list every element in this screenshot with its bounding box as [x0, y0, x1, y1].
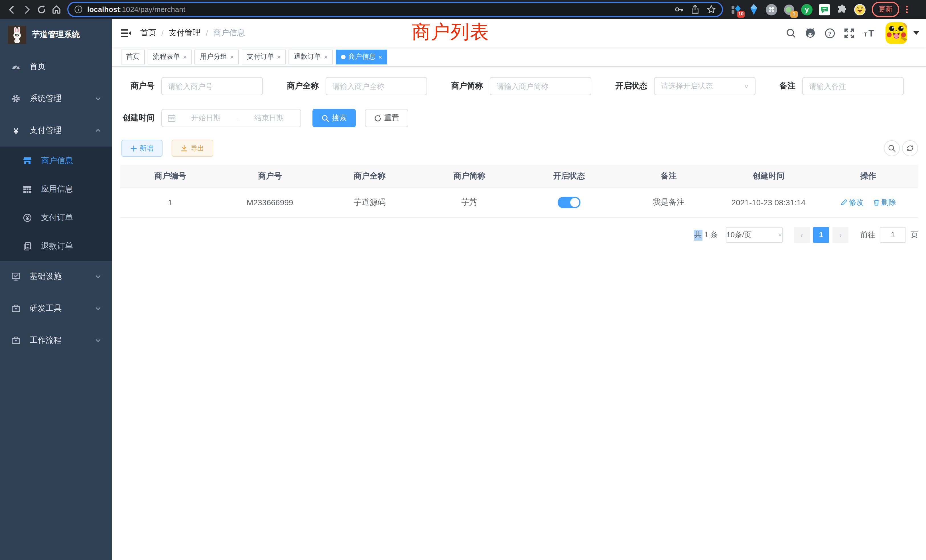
close-icon[interactable]: × [277, 53, 281, 60]
chevron-down-icon: ∨ [778, 232, 782, 238]
github-icon[interactable] [805, 27, 816, 39]
breadcrumb-home[interactable]: 首页 [140, 28, 156, 38]
edit-link[interactable]: 修改 [840, 197, 864, 207]
filter-row-2: 创建时间 开始日期 - 结束日期 搜索 重置 [120, 109, 918, 127]
create-time-range-picker[interactable]: 开始日期 - 结束日期 [161, 109, 301, 127]
search-icon [322, 114, 329, 122]
sidebar-collapse-icon[interactable] [112, 27, 140, 39]
export-button[interactable]: 导出 [172, 140, 213, 157]
close-icon[interactable]: × [183, 53, 187, 60]
add-button[interactable]: 新增 [121, 140, 162, 157]
help-icon[interactable]: ? [825, 28, 835, 38]
pagination: 共 1 条 10条/页 ∨ ‹ 1 › 前往 页 [120, 227, 918, 243]
status-toggle[interactable] [558, 197, 581, 208]
sidebar-item-merchant-info[interactable]: 商户信息 [0, 147, 112, 175]
breadcrumb-current: 商户信息 [213, 28, 245, 38]
end-date-placeholder: 结束日期 [243, 113, 295, 123]
search-button[interactable]: 搜索 [312, 109, 356, 127]
address-bar[interactable]: localhost:1024/pay/merchant [67, 2, 723, 17]
prev-page-button[interactable]: ‹ [794, 227, 809, 243]
cell-short-name: 芋艿 [419, 188, 519, 217]
sidebar-item-pay-order[interactable]: 支付订单 [0, 204, 112, 232]
filter-label-create-time: 创建时间 [120, 113, 154, 123]
sidebar-item-refund-order[interactable]: 退款订单 [0, 232, 112, 260]
filter-label-full-name: 商户全称 [287, 81, 319, 91]
navbar-actions: ? TT [786, 22, 926, 44]
page-size-select[interactable]: 10条/页 ∨ [726, 227, 783, 243]
sidebar-item-label: 研发工具 [30, 303, 62, 314]
browser-reload-icon[interactable] [34, 2, 49, 17]
download-icon [181, 145, 188, 152]
col-header-id: 商户编号 [120, 165, 220, 188]
bookmark-star-icon[interactable] [707, 5, 716, 14]
ext-gem-icon[interactable] [747, 3, 760, 16]
ext-y-icon[interactable]: y [800, 3, 813, 16]
col-header-remark: 备注 [619, 165, 719, 188]
close-icon[interactable]: × [378, 53, 382, 60]
refresh-table-button[interactable] [902, 140, 918, 156]
reset-button[interactable]: 重置 [365, 109, 408, 127]
monitor-check-icon [11, 272, 21, 281]
delete-link[interactable]: 删除 [873, 197, 896, 207]
browser-menu-icon[interactable] [903, 6, 911, 13]
extensions-puzzle-icon[interactable] [836, 3, 849, 16]
sidebar-item-app-info[interactable]: 应用信息 [0, 175, 112, 204]
close-icon[interactable]: × [230, 53, 234, 60]
show-search-toggle-button[interactable] [884, 140, 900, 156]
fullscreen-icon[interactable] [844, 28, 855, 38]
breadcrumb-payment[interactable]: 支付管理 [169, 28, 201, 38]
annotation-title: 商户列表 [412, 20, 489, 45]
col-header-merchant-no: 商户号 [220, 165, 320, 188]
browser-home-icon[interactable] [49, 2, 64, 17]
tag-pay-order[interactable]: 支付订单× [242, 49, 286, 64]
header-search-icon[interactable] [786, 28, 796, 38]
share-icon[interactable] [690, 5, 700, 14]
browser-back-icon[interactable] [5, 2, 20, 17]
short-name-input[interactable] [490, 77, 591, 95]
ext-recorder-icon[interactable]: 1 [783, 3, 796, 16]
status-select[interactable]: 请选择开启状态 ∨ [654, 77, 755, 95]
full-name-input[interactable] [325, 77, 427, 95]
merchant-no-input[interactable] [161, 77, 263, 95]
page-1-button[interactable]: 1 [813, 227, 829, 243]
tag-process-form[interactable]: 流程表单× [148, 49, 192, 64]
sidebar-item-dev-tools[interactable]: 研发工具 [0, 292, 112, 324]
logo-rabbit-image [8, 26, 26, 44]
site-info-icon[interactable] [74, 5, 83, 14]
ext-layout-icon[interactable]: 10 [730, 3, 742, 16]
close-icon[interactable]: × [324, 53, 328, 60]
sidebar-item-system[interactable]: 系统管理 [0, 83, 112, 115]
tag-user-group[interactable]: 用户分组× [195, 49, 239, 64]
tag-refund-order[interactable]: 退款订单× [289, 49, 333, 64]
sidebar-item-label: 系统管理 [30, 94, 62, 104]
cell-merchant-no: M233666999 [220, 188, 320, 217]
goto-page-input[interactable] [880, 227, 906, 243]
sidebar-logo[interactable]: 芋道管理系统 [0, 19, 112, 51]
browser-profile-avatar[interactable] [853, 3, 866, 16]
browser-forward-icon[interactable] [20, 2, 34, 17]
next-page-button[interactable]: › [832, 227, 849, 243]
user-avatar[interactable] [885, 22, 907, 44]
remark-input[interactable] [802, 77, 904, 95]
chevron-down-icon [95, 273, 101, 280]
avatar-caret-icon[interactable] [914, 31, 919, 35]
sidebar-item-label: 退款订单 [41, 241, 73, 251]
navbar: 首页 / 支付管理 / 商户信息 ? [112, 19, 926, 47]
briefcase-icon [11, 336, 21, 345]
cell-status [519, 188, 619, 217]
font-size-icon[interactable]: TT [863, 27, 877, 39]
tag-merchant-info[interactable]: 商户信息× [336, 49, 387, 64]
sidebar-item-label: 基础设施 [30, 271, 62, 282]
password-key-icon[interactable] [674, 5, 684, 14]
sidebar-item-home[interactable]: 首页 [0, 51, 112, 83]
sidebar-item-label: 支付管理 [30, 126, 62, 136]
sidebar-item-workflow[interactable]: 工作流程 [0, 324, 112, 356]
ext-chat-icon[interactable] [818, 3, 831, 16]
sidebar-item-infrastructure[interactable]: 基础设施 [0, 260, 112, 292]
browser-update-button[interactable]: 更新 [872, 2, 899, 17]
sidebar-item-payment[interactable]: ¥ 支付管理 [0, 115, 112, 147]
cell-remark: 我是备注 [619, 188, 719, 217]
tag-home[interactable]: 首页 [121, 49, 145, 64]
ext-command-icon[interactable]: ⌘ [765, 3, 778, 16]
breadcrumb: 首页 / 支付管理 / 商户信息 [140, 28, 245, 38]
